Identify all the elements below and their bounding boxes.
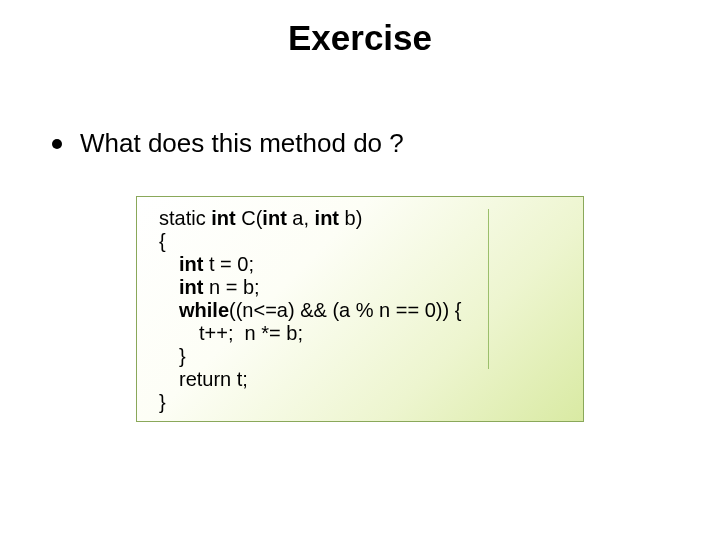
code-line-6: t++; n *= b;	[159, 322, 569, 345]
bullet-text: What does this method do ?	[80, 128, 404, 159]
code-line-8: return t;	[159, 368, 569, 391]
code-line-2: {	[159, 230, 569, 253]
code-line-4: int n = b;	[159, 276, 569, 299]
code-line-7: }	[159, 345, 569, 368]
code-line-5: while((n<=a) && (a % n == 0)) {	[159, 299, 569, 322]
slide-title: Exercise	[0, 18, 720, 58]
bullet-icon	[52, 139, 62, 149]
slide-body: What does this method do ?	[52, 128, 668, 159]
code-line-9: }	[159, 391, 569, 414]
bullet-item: What does this method do ?	[52, 128, 668, 159]
slide: Exercise What does this method do ? stat…	[0, 0, 720, 540]
code-line-3: int t = 0;	[159, 253, 569, 276]
code-box: static int C(int a, int b) { int t = 0; …	[136, 196, 584, 422]
code-line-1: static int C(int a, int b)	[159, 207, 569, 230]
code-divider	[488, 209, 489, 369]
